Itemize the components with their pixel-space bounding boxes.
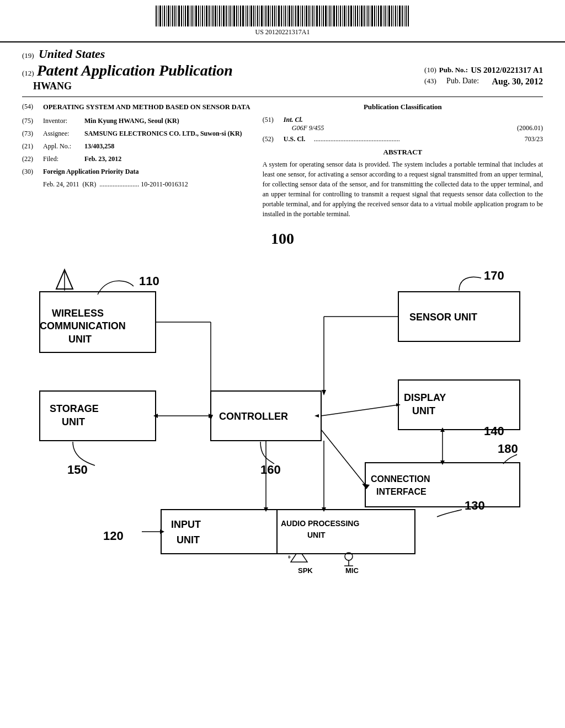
svg-rect-94 (355, 6, 356, 26)
display-unit-box (398, 380, 520, 430)
svg-rect-103 (374, 6, 375, 26)
spk-icon (288, 554, 307, 562)
foreign-label: Foreign Application Priority Data (43, 168, 252, 176)
svg-rect-107 (383, 6, 383, 26)
svg-rect-52 (265, 6, 266, 26)
diagram-section: 100 110 WIRELESS COMMUNICATION UNIT STOR… (0, 219, 565, 595)
mic-icon (344, 553, 353, 566)
svg-rect-117 (404, 6, 404, 26)
svg-rect-101 (370, 6, 370, 26)
pub-date-num: (43) (424, 77, 436, 87)
svg-rect-8 (172, 6, 173, 26)
svg-rect-86 (338, 6, 339, 26)
type-num: (12) (22, 69, 34, 78)
svg-rect-87 (340, 6, 341, 26)
svg-rect-104 (376, 6, 377, 26)
svg-rect-59 (281, 6, 282, 26)
foreign-dots: ........................ (99, 180, 139, 188)
sensor-ref-num: 170 (484, 269, 504, 282)
svg-rect-82 (329, 6, 331, 26)
svg-rect-72 (308, 6, 310, 26)
svg-rect-44 (249, 6, 249, 26)
svg-rect-26 (211, 6, 211, 26)
svg-rect-47 (255, 6, 256, 26)
svg-rect-42 (245, 6, 246, 26)
foreign-num: (30) (22, 168, 43, 176)
svg-rect-7 (170, 6, 171, 26)
svg-rect-49 (259, 6, 260, 26)
svg-rect-62 (287, 6, 287, 26)
sensor-to-ctrl-arrowhead (322, 390, 326, 395)
country-name: United States (39, 47, 105, 61)
audio-ref-arrow (437, 510, 462, 517)
svg-rect-73 (311, 6, 311, 26)
svg-rect-20 (198, 6, 199, 26)
int-cl-num: (51) (263, 116, 284, 132)
svg-rect-116 (402, 6, 403, 26)
mic-label: MIC (345, 566, 359, 575)
input-ref-num: 120 (103, 529, 124, 543)
svg-rect-2 (159, 6, 161, 26)
us-cl-num: (52) (263, 135, 284, 143)
svg-rect-112 (393, 6, 394, 26)
svg-rect-110 (388, 6, 390, 26)
barcode (11, 6, 554, 26)
storage-label-2: UNIT (62, 416, 85, 427)
svg-rect-93 (353, 6, 354, 26)
svg-rect-32 (223, 6, 225, 26)
svg-rect-31 (221, 6, 222, 26)
pub-no-label: Pub. No.: (439, 66, 468, 75)
pub-no-value: US 2012/0221317 A1 (471, 66, 543, 75)
svg-rect-9 (174, 6, 175, 26)
int-cl-class: G06F 9/455 (292, 124, 324, 132)
wireless-ref-num: 110 (139, 274, 159, 288)
svg-rect-33 (226, 6, 227, 26)
abstract-title: ABSTRACT (263, 148, 543, 157)
svg-rect-60 (283, 6, 284, 26)
controller-ref-num: 160 (260, 463, 281, 477)
svg-rect-24 (206, 6, 207, 26)
wireless-label-2: COMMUNICATION (40, 320, 126, 331)
svg-rect-0 (156, 6, 157, 26)
svg-rect-16 (190, 6, 190, 26)
svg-rect-114 (397, 6, 398, 26)
svg-rect-64 (291, 6, 292, 26)
connection-label-1: CONNECTION (371, 474, 430, 484)
svg-rect-55 (272, 6, 273, 26)
svg-rect-22 (202, 6, 203, 26)
us-cl-row: (52) U.S. Cl. ..........................… (263, 135, 543, 143)
svg-rect-88 (342, 6, 343, 26)
controller-ref-arrow (260, 442, 274, 464)
left-column: (54) OPERATING SYSTEM AND METHOD BASED O… (22, 103, 252, 219)
svg-rect-6 (168, 6, 169, 26)
pub-number-header: US 20120221317A1 (11, 28, 554, 36)
foreign-date: Feb. 24, 2011 (43, 180, 79, 188)
svg-rect-98 (364, 6, 365, 26)
svg-rect-21 (200, 6, 201, 26)
audio-label-1: AUDIO PROCESSING (281, 519, 359, 528)
svg-rect-109 (387, 6, 387, 26)
foreign-country: (KR) (83, 180, 97, 188)
svg-rect-111 (391, 6, 392, 26)
svg-rect-14 (185, 6, 186, 26)
svg-rect-57 (276, 6, 277, 26)
storage-ref-num: 150 (67, 463, 88, 477)
svg-rect-84 (333, 6, 335, 26)
svg-rect-58 (278, 6, 280, 26)
right-column: Publication Classification (51) Int. Cl.… (263, 103, 543, 219)
display-ref-num: 140 (484, 424, 504, 438)
svg-rect-66 (295, 6, 296, 26)
svg-rect-56 (274, 6, 275, 26)
us-cl-value: 703/23 (525, 135, 543, 143)
svg-rect-65 (294, 6, 294, 26)
pub-no-num: (10) (424, 66, 436, 75)
svg-rect-5 (166, 6, 167, 26)
svg-rect-92 (350, 6, 352, 26)
assignee-num: (73) (22, 130, 43, 138)
svg-rect-67 (297, 6, 299, 26)
ctrl-connection-line (321, 430, 365, 485)
diagram-main-label: 100 (22, 230, 543, 248)
patent-type: Patent Application Publication (37, 62, 233, 79)
foreign-detail-row: Feb. 24, 2011 (KR) .....................… (43, 180, 252, 189)
appl-label: Appl. No.: (43, 142, 84, 151)
